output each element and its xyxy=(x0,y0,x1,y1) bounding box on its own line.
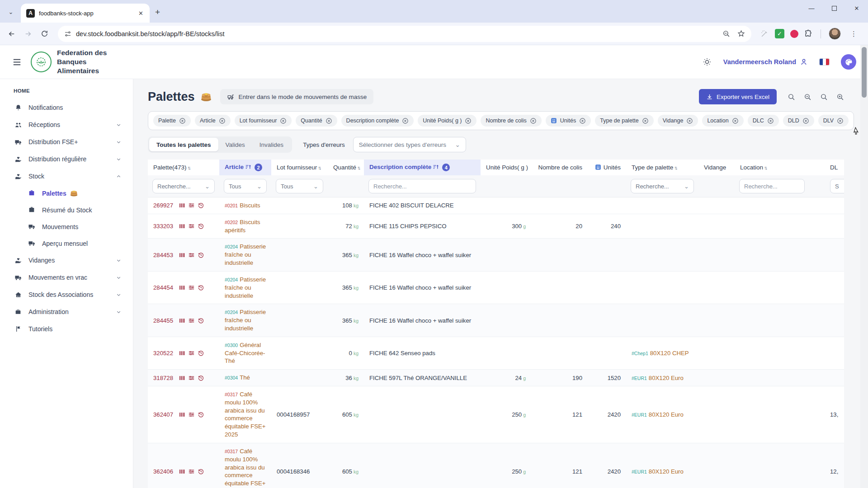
history-icon[interactable] xyxy=(198,202,204,209)
barcode-icon[interactable] xyxy=(179,411,185,418)
filter-chip-type-de-palette[interactable]: Type de palette xyxy=(595,115,653,127)
history-icon[interactable] xyxy=(198,223,204,230)
palette-id[interactable]: 284454 xyxy=(153,284,173,291)
filter-chip-article[interactable]: Article xyxy=(195,115,231,127)
sidebar-item-mouvements[interactable]: Mouvements xyxy=(0,218,133,235)
sidebar-item-tutoriels[interactable]: Tutoriels xyxy=(0,320,133,338)
scrollbar-thumb[interactable] xyxy=(862,47,867,98)
palette-id[interactable]: 333203 xyxy=(153,223,173,230)
table-row[interactable]: 284455 #0204Patisserie fraîche ou indust… xyxy=(148,304,844,337)
filter-chip-dlc[interactable]: DLC xyxy=(748,115,779,127)
barcode-icon[interactable] xyxy=(179,202,185,209)
sidebar-item-receptions[interactable]: Réceptions xyxy=(0,116,133,133)
sidebar-item-apercu-mensuel[interactable]: Aperçu mensuel xyxy=(0,235,133,252)
zoom-icon-1[interactable] xyxy=(788,93,795,101)
barcode-icon[interactable] xyxy=(179,350,185,357)
filter-chip-nombre-de-colis[interactable]: Nombre de colis xyxy=(481,115,541,127)
column-header-location[interactable]: Location↑↓ xyxy=(735,160,809,175)
french-flag-icon[interactable] xyxy=(820,59,829,65)
filter-select-palette-473[interactable]: Recherche...⌄ xyxy=(152,179,215,193)
column-header-type-de-palette[interactable]: Type de palette↑↓ xyxy=(626,160,698,175)
remove-chip-icon[interactable] xyxy=(802,117,809,124)
sidebar-item-vidanges[interactable]: Vidanges xyxy=(0,252,133,269)
column-header-lot-fournisseur[interactable]: Lot fournisseur↑↓ xyxy=(271,160,328,175)
barcode-icon[interactable] xyxy=(179,468,185,475)
article-name[interactable]: Thé xyxy=(240,374,250,381)
filter-chip-lot-fournisseur[interactable]: Lot fournisseur xyxy=(235,115,292,127)
browser-tab[interactable]: A foodbanks-stock-app ✕ xyxy=(21,4,150,23)
history-icon[interactable] xyxy=(198,252,204,258)
filter-select-article[interactable]: Tous⌄ xyxy=(224,179,267,193)
article-name[interactable]: Biscuits xyxy=(240,202,260,209)
sliders-icon[interactable] xyxy=(188,350,195,357)
remove-chip-icon[interactable] xyxy=(280,117,287,124)
sliders-icon[interactable] xyxy=(188,411,195,418)
bookmark-star-icon[interactable] xyxy=(737,30,745,38)
sidebar-item-stock-des-associations[interactable]: Stock des Associations xyxy=(0,286,133,303)
back-icon[interactable] xyxy=(5,27,19,41)
palette-id[interactable]: 362406 xyxy=(153,468,173,475)
tab-invalides[interactable]: Invalides xyxy=(252,138,291,151)
palette-id[interactable]: 284455 xyxy=(153,317,173,324)
filter-chip-vidange[interactable]: Vidange xyxy=(658,115,698,127)
remove-chip-icon[interactable] xyxy=(642,117,649,124)
column-header-palette-473[interactable]: Palette(473)↑↓ xyxy=(148,160,219,175)
search-icon[interactable] xyxy=(820,93,828,101)
filter-input-location[interactable] xyxy=(739,179,805,193)
table-row[interactable]: 320522 #0300Général Café-Chicorée-Thé0kg… xyxy=(148,337,844,369)
tab-search-chevron-icon[interactable]: ⌄ xyxy=(5,5,17,18)
table-row[interactable]: 284454 #0204Patisserie fraîche ou indust… xyxy=(148,271,844,304)
filter-chip-palette[interactable]: Palette xyxy=(153,115,191,127)
table-row[interactable]: 333203 #0202Biscuits apéritifs72kgFICHE … xyxy=(148,214,844,239)
history-icon[interactable] xyxy=(198,317,204,324)
sidebar-item-notifications[interactable]: Notifications xyxy=(0,99,133,116)
window-maximize-button[interactable] xyxy=(823,0,845,16)
filter-chip-description-complete[interactable]: Description complète xyxy=(341,115,414,127)
sliders-icon[interactable] xyxy=(188,223,195,230)
filter-chip-unite-poids-g[interactable]: Unité Poids( g ) xyxy=(418,115,476,127)
profile-avatar[interactable] xyxy=(829,28,841,40)
history-icon[interactable] xyxy=(198,284,204,291)
history-icon[interactable] xyxy=(198,468,204,475)
remove-chip-icon[interactable] xyxy=(579,117,586,124)
sliders-icon[interactable] xyxy=(188,468,195,475)
sliders-icon[interactable] xyxy=(188,317,195,324)
mass-movement-mode-button[interactable]: Entrer dans le mode de mouvements de mas… xyxy=(220,89,374,104)
browser-menu-icon[interactable]: ⋮ xyxy=(847,30,861,38)
barcode-icon[interactable] xyxy=(179,223,185,230)
palette-id[interactable]: 362407 xyxy=(153,411,173,418)
user-menu[interactable]: Vandermeersch Roland xyxy=(723,58,808,66)
site-info-icon[interactable] xyxy=(64,30,71,38)
theme-sun-icon[interactable] xyxy=(703,57,712,66)
filter-input-description-complete[interactable] xyxy=(368,179,476,193)
zoom-out-icon[interactable] xyxy=(804,93,811,101)
palette-id[interactable]: 269927 xyxy=(153,202,173,209)
window-close-button[interactable]: ✕ xyxy=(845,0,868,16)
error-types-select[interactable]: Sélectionner des types d'erreurs ⌄ xyxy=(353,137,466,152)
filter-chip-location[interactable]: Location xyxy=(702,115,743,127)
palette-id[interactable]: 320522 xyxy=(153,350,173,357)
zoom-out-page-icon[interactable] xyxy=(722,30,730,38)
sidebar-item-resume-du-stock[interactable]: Résumé du Stock xyxy=(0,202,133,218)
remove-chip-icon[interactable] xyxy=(732,117,739,124)
remove-chip-icon[interactable] xyxy=(686,117,693,124)
remove-chip-icon[interactable] xyxy=(219,117,226,124)
sidebar-item-palettes[interactable]: Palettes xyxy=(0,185,133,202)
sliders-icon[interactable] xyxy=(188,202,195,209)
sidebar-item-administration[interactable]: Administration xyxy=(0,303,133,320)
sidebar-item-distribution-reguliere[interactable]: Distribution régulière xyxy=(0,150,133,168)
table-row[interactable]: 362406 #0317Café moulu 100% arabica issu… xyxy=(148,443,844,488)
barcode-icon[interactable] xyxy=(179,284,185,291)
extension-wand-icon[interactable] xyxy=(760,29,769,38)
sliders-icon[interactable] xyxy=(188,375,195,381)
filter-chip-quantite[interactable]: Quantité xyxy=(296,115,337,127)
history-icon[interactable] xyxy=(198,350,204,357)
sliders-icon[interactable] xyxy=(188,284,195,291)
remove-chip-icon[interactable] xyxy=(465,117,472,124)
filter-chip-dld[interactable]: DLD xyxy=(783,115,814,127)
column-header-description-complete[interactable]: Description complète4 xyxy=(364,160,481,175)
url-bar[interactable]: dev.stock.foodbanksit.be/stock/app/fr-BE… xyxy=(58,26,751,42)
forward-icon[interactable] xyxy=(21,27,35,41)
filter-chip-dlv[interactable]: DLV xyxy=(818,115,849,127)
table-row[interactable]: 318728 #0304Thé36kgFICHE 597L Thé ORANGE… xyxy=(148,370,844,386)
